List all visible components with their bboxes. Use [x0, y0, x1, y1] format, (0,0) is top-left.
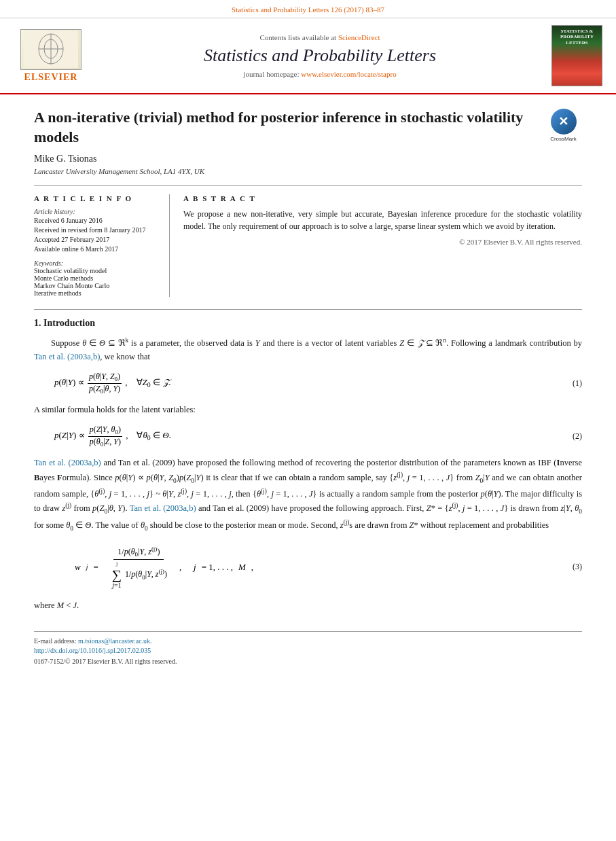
- section-divider: [34, 309, 582, 310]
- journal-reference-link[interactable]: Statistics and Probability Letters 126 (…: [232, 5, 384, 14]
- eq2-formula: p(Z|Y) ∝ p(Z|Y, θ0) p(θ0|Z, Y) , ∀θ0 ∈ Θ…: [54, 425, 171, 448]
- footer-copyright: 0167-7152/© 2017 Elsevier B.V. All right…: [34, 658, 582, 665]
- eq3-number: (3): [573, 562, 582, 572]
- journal-homepage: journal homepage: www.elsevier.com/locat…: [88, 70, 551, 78]
- journal-cover-image: STATISTICS & PROBABILITY LETTERS: [551, 25, 602, 86]
- available-date: Available online 6 March 2017: [34, 245, 159, 253]
- sciencedirect-notice: Contents lists available at ScienceDirec…: [88, 33, 551, 41]
- eq1-number: (1): [573, 378, 582, 389]
- homepage-link[interactable]: www.elsevier.com/locate/stapro: [301, 70, 396, 78]
- journal-header: ELSEVIER Contents lists available at Sci…: [0, 18, 616, 94]
- abstract-label: A B S T R A C T: [183, 194, 582, 202]
- article-metadata-section: A R T I C L E I N F O Article history: R…: [34, 185, 582, 297]
- elsevier-brand-label: ELSEVIER: [24, 72, 78, 83]
- section1-para2: Tan et al. (2003a,b) and Tan et al. (200…: [34, 456, 582, 534]
- cover-title-text: STATISTICS & PROBABILITY LETTERS: [560, 29, 594, 46]
- eq3-formula: wj = 1/p(θ0|Y, z(j)) J ∑ j=1 1/p(θ0|Y, z…: [75, 544, 253, 590]
- tan-ref-link-3[interactable]: Tan et al. (2003a,b): [130, 504, 196, 514]
- where-text: where M < J.: [34, 601, 582, 611]
- author-name: Mike G. Tsionas: [34, 154, 582, 164]
- footer-section: E-mail address: m.tsionas@lancaster.ac.u…: [34, 631, 582, 665]
- sciencedirect-link[interactable]: ScienceDirect: [338, 33, 380, 41]
- equation-3: wj = 1/p(θ0|Y, z(j)) J ∑ j=1 1/p(θ0|Y, z…: [75, 544, 582, 590]
- section1-heading: 1. Introduction: [34, 318, 582, 329]
- keywords-label: Keywords:: [34, 260, 159, 267]
- eq1-formula: p(θ|Y) ∝ p(θ|Y, Z0) p(Z0|θ, Y) , ∀Z0 ∈ 𝒵…: [54, 372, 170, 395]
- elsevier-logo: ELSEVIER: [14, 29, 88, 83]
- abstract-text: We propose a new non-iterative, very sim…: [183, 208, 582, 232]
- crossmark-icon: [551, 109, 577, 135]
- journal-title: Statistics and Probability Letters: [88, 46, 551, 66]
- tan-ref-link-2[interactable]: Tan et al. (2003a,b): [34, 458, 101, 467]
- eq2-number: (2): [573, 431, 582, 442]
- sum-symbol: J ∑ j=1: [112, 561, 122, 589]
- abstract-copyright: © 2017 Elsevier B.V. All rights reserved…: [183, 238, 582, 246]
- keyword-1: Stochastic volatility model: [34, 267, 159, 274]
- paper-title: A non-iterative (trivial) method for pos…: [34, 108, 582, 147]
- similar-formula-text: A similar formula holds for the latent v…: [34, 403, 582, 416]
- email-link[interactable]: m.tsionas@lancaster.ac.uk: [78, 637, 150, 645]
- received-date: Received 6 January 2016: [34, 217, 159, 224]
- keyword-2: Monte Carlo methods: [34, 274, 159, 282]
- journal-title-area: Contents lists available at ScienceDirec…: [88, 33, 551, 78]
- page-content: A non-iterative (trivial) method for pos…: [0, 94, 616, 679]
- journal-reference-bar: Statistics and Probability Letters 126 (…: [0, 0, 616, 18]
- article-info-column: A R T I C L E I N F O Article history: R…: [34, 194, 170, 297]
- publisher-logo-area: ELSEVIER: [14, 29, 88, 83]
- tan-ref-link-1[interactable]: Tan et al. (2003a,b): [34, 352, 100, 361]
- revised-date: Received in revised form 8 January 2017: [34, 226, 159, 234]
- doi-link[interactable]: http://dx.doi.org/10.1016/j.spl.2017.02.…: [34, 647, 151, 654]
- accepted-date: Accepted 27 February 2017: [34, 236, 159, 243]
- crossmark-label: CrossMark: [550, 136, 577, 142]
- keywords-section: Keywords: Stochastic volatility model Mo…: [34, 260, 159, 297]
- keyword-4: Iterative methods: [34, 289, 159, 297]
- eq2-fraction: p(Z|Y, θ0) p(θ0|Z, Y): [88, 425, 122, 448]
- equation-1: p(θ|Y) ∝ p(θ|Y, Z0) p(Z0|θ, Y) , ∀Z0 ∈ 𝒵…: [54, 372, 582, 395]
- equation-2: p(Z|Y) ∝ p(Z|Y, θ0) p(θ0|Z, Y) , ∀θ0 ∈ Θ…: [54, 425, 582, 448]
- article-info-label: A R T I C L E I N F O: [34, 194, 159, 202]
- section1-para1: Suppose θ ∈ Θ ⊆ ℜk is a parameter, the o…: [34, 336, 582, 363]
- doi-line: http://dx.doi.org/10.1016/j.spl.2017.02.…: [34, 645, 582, 656]
- article-history-label: Article history:: [34, 208, 159, 215]
- email-label: E-mail address:: [34, 637, 76, 645]
- wj-fraction: 1/p(θ0|Y, z(j)) J ∑ j=1 1/p(θ0|Y, z(j)): [107, 544, 171, 590]
- elsevier-logo-image: [20, 29, 81, 70]
- paper-title-section: A non-iterative (trivial) method for pos…: [34, 108, 582, 147]
- keyword-3: Markov Chain Monte Carlo: [34, 282, 159, 289]
- author-affiliation: Lancaster University Management School, …: [34, 167, 582, 175]
- abstract-column: A B S T R A C T We propose a new non-ite…: [183, 194, 582, 297]
- email-footnote: E-mail address: m.tsionas@lancaster.ac.u…: [34, 637, 582, 645]
- crossmark-badge: CrossMark: [545, 108, 582, 142]
- eq1-fraction: p(θ|Y, Z0) p(Z0|θ, Y): [88, 372, 122, 395]
